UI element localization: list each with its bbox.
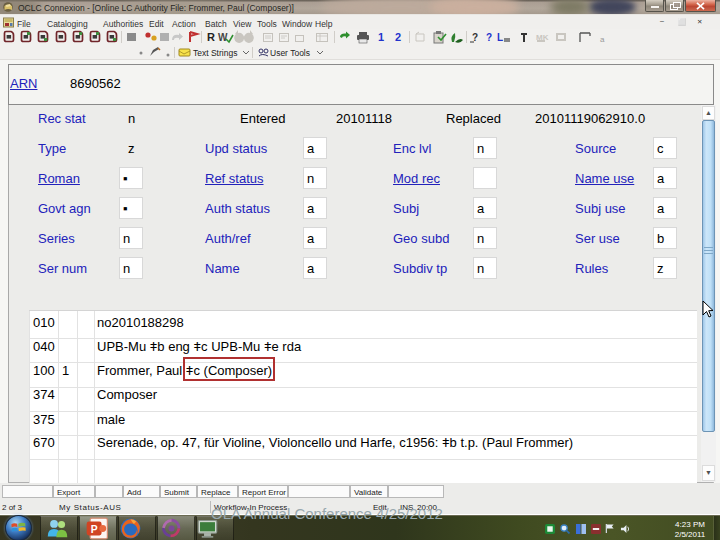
svg-text:?: ? — [486, 32, 492, 43]
svg-text:W: W — [218, 32, 228, 43]
svg-text:R: R — [207, 31, 215, 43]
svg-text:L: L — [497, 32, 503, 43]
svg-text:P: P — [91, 524, 98, 535]
svg-text:2: 2 — [395, 31, 401, 43]
svg-text:1: 1 — [378, 31, 384, 43]
svg-text:Text Strings: Text Strings — [193, 48, 237, 58]
svg-text:?: ? — [472, 32, 478, 43]
svg-text:a: a — [600, 35, 605, 44]
svg-text:User Tools: User Tools — [270, 48, 310, 58]
